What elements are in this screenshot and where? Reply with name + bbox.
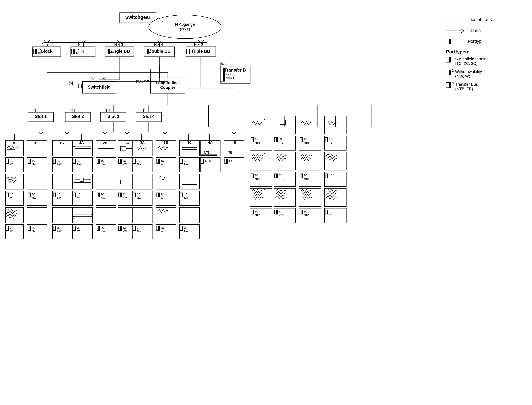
oval-label-2: (N>1)	[180, 27, 190, 31]
svg-text:3C: 3C	[77, 226, 81, 229]
svg-rect-364	[275, 138, 276, 142]
svg-text:3C: 3C	[161, 226, 164, 229]
slot3-annotation: [1]	[106, 109, 110, 113]
svg-rect-180	[73, 159, 75, 163]
svg-rect-355	[251, 138, 253, 142]
svg-marker-334	[207, 132, 212, 134]
svg-marker-335	[232, 132, 236, 134]
svg-text:NW: NW	[32, 163, 36, 166]
annotation-nge6: N>=6	[194, 42, 203, 46]
svg-rect-273	[133, 193, 135, 197]
svg-text:NW: NW	[123, 163, 127, 166]
svg-marker-104	[39, 132, 43, 134]
svg-marker-169	[79, 132, 84, 134]
svg-marker-103	[12, 132, 17, 134]
svg-text:NTB: NTB	[255, 141, 260, 144]
annotation-n-1: [N]	[91, 77, 95, 81]
annotation-n-2: [N]	[102, 77, 106, 81]
svg-text:NTB: NTB	[76, 52, 81, 54]
h-label: H	[81, 49, 84, 54]
svg-text:2B: 2B	[103, 141, 107, 145]
svg-text:1C: 1C	[137, 159, 140, 162]
svg-rect-342	[201, 159, 203, 163]
svg-text:1B: 1B	[33, 141, 38, 145]
switchfield-label: Switchfield	[88, 85, 111, 89]
svg-text:1C: 1C	[184, 159, 187, 162]
svg-text:TB: TB	[228, 151, 232, 154]
svg-rect-188	[80, 178, 83, 182]
svg-text:1A: 1A	[11, 141, 15, 145]
svg-rect-53	[221, 68, 223, 81]
svg-text:4B: 4B	[232, 141, 236, 144]
svg-rect-111	[6, 159, 8, 163]
slot2-annotation: [1]	[71, 109, 75, 113]
svg-text:3C: 3C	[191, 49, 194, 52]
svg-text:2A: 2A	[79, 141, 84, 144]
svg-text:*: *	[264, 153, 265, 156]
svg-rect-396	[300, 174, 302, 178]
svg-text:3C: 3C	[101, 226, 104, 229]
svg-text:W: W	[77, 230, 80, 233]
svg-text:2: 2	[452, 69, 454, 73]
svg-text:3C: 3C	[255, 210, 258, 213]
svg-text:3C: 3C	[278, 210, 282, 213]
svg-rect-123	[6, 226, 8, 230]
svg-text:1C: 1C	[111, 50, 114, 53]
svg-rect-130	[28, 159, 29, 163]
svg-text:NW: NW	[137, 230, 141, 233]
svg-rect-294	[157, 193, 158, 197]
svg-rect-323	[180, 207, 200, 223]
svg-text:3C: 3C	[123, 226, 126, 229]
svg-rect-300	[157, 226, 158, 230]
svg-text:NW: NW	[32, 196, 36, 199]
svg-text:NW: NW	[123, 230, 127, 233]
porttypen-2-sub: {NW, W}	[455, 74, 470, 78]
porttypen-1-sub: {1C, 2C, 3C}	[455, 61, 478, 66]
svg-rect-194	[73, 207, 92, 223]
svg-text:1C: 1C	[161, 159, 164, 162]
annotation-01: [0, 1]	[220, 62, 228, 66]
svg-rect-158	[53, 207, 73, 223]
porttypen-3-label: Transfer Bus	[455, 82, 478, 87]
slot3-label: Slot 3	[107, 114, 119, 119]
svg-text:3C: 3C	[137, 226, 140, 229]
svg-text:W: W	[77, 196, 80, 199]
svg-text:2C: 2C	[77, 193, 81, 196]
svg-marker-170	[103, 132, 107, 134]
svg-rect-205	[73, 226, 75, 230]
svg-text:2C: 2C	[101, 193, 104, 196]
main-diagram-svg: "besteht aus" "ist ein" Porttyp Porttype…	[0, 0, 532, 405]
switchgear-label: Switchgear	[125, 14, 151, 20]
svg-text:NW: NW	[57, 230, 62, 233]
svg-rect-326	[180, 226, 182, 230]
svg-rect-244	[119, 193, 120, 197]
svg-text:NW: NW	[137, 196, 141, 199]
svg-text:NW: NW	[123, 196, 127, 199]
svg-text:1C: 1C	[38, 49, 41, 52]
porttypen-3-sub: {NTB, TB}	[455, 87, 473, 91]
svg-text:4A: 4A	[208, 141, 213, 144]
svg-rect-422	[300, 210, 302, 214]
legend-ist-ein: "ist ein"	[468, 28, 482, 33]
svg-text:3C: 3C	[57, 226, 61, 229]
svg-rect-155	[54, 193, 55, 197]
svg-text:NTB: NTB	[205, 159, 211, 162]
svg-text:NW: NW	[101, 163, 105, 166]
svg-rect-36	[72, 49, 73, 54]
svg-text:TB: TB	[329, 177, 332, 180]
svg-text:W: W	[10, 163, 13, 166]
svg-text:NW: NW	[137, 163, 141, 166]
svg-rect-419	[299, 188, 321, 207]
svg-rect-310	[180, 159, 182, 163]
svg-text:NTB: NTB	[255, 214, 260, 217]
svg-text:NTB: NTB	[204, 151, 210, 154]
svg-text:TB: TB	[329, 141, 332, 144]
annotation-1: [1]	[78, 84, 82, 88]
svg-text:3C: 3C	[32, 226, 35, 229]
svg-text:NTB: NTB	[255, 177, 260, 180]
svg-text:3C: 3C	[184, 226, 187, 229]
svg-text:3C: 3C	[329, 210, 332, 213]
svg-text:NTB if 0: NTB if 0	[226, 77, 235, 79]
slot4-label: Slot 4	[143, 114, 155, 119]
svg-text:NTB: NTB	[278, 214, 283, 217]
